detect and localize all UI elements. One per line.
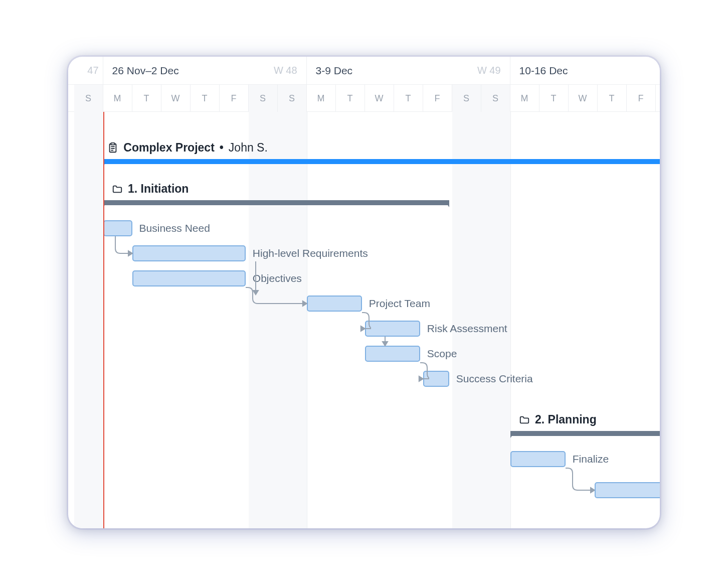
phase-bar[interactable] [103, 200, 449, 205]
week-range: 26 Nov–2 Dec [112, 65, 179, 77]
day-cell[interactable]: M [510, 85, 539, 112]
week-cell-0[interactable]: 26 Nov–2 Dec W 48 [103, 57, 307, 84]
weekend-column [278, 112, 307, 528]
task-bar[interactable] [365, 321, 420, 337]
week-row: 47 26 Nov–2 Dec W 48 3-9 Dec W 49 10-16 … [68, 57, 660, 84]
task-bar[interactable] [132, 245, 246, 261]
dependency-arrow [414, 357, 429, 385]
week-cell-partial[interactable]: 47 [68, 57, 103, 84]
task-bar[interactable] [365, 346, 420, 362]
svg-marker-10 [419, 376, 423, 381]
dependency-arrow [109, 230, 138, 259]
day-cell[interactable]: T [336, 85, 365, 112]
task-bar[interactable] [132, 270, 246, 286]
day-cell[interactable]: T [132, 85, 161, 112]
task-label: Risk Assessment [427, 323, 507, 335]
task-bar[interactable] [510, 451, 566, 467]
dependency-arrow [356, 307, 371, 335]
day-cell[interactable]: T [394, 85, 423, 112]
svg-marker-7 [303, 301, 307, 306]
day-cell[interactable]: S [278, 85, 307, 112]
svg-rect-1 [111, 142, 115, 144]
task-bar[interactable] [595, 482, 660, 498]
week-range: 10-16 Dec [519, 65, 568, 77]
svg-marker-11 [591, 488, 595, 493]
phase-bar[interactable] [510, 431, 660, 436]
day-cell[interactable]: W [161, 85, 191, 112]
week-cell-2[interactable]: 10-16 Dec [510, 57, 660, 84]
dependency-arrow [240, 281, 313, 310]
day-cell[interactable]: S [452, 85, 481, 112]
phase-name: 1. Initiation [128, 182, 189, 196]
day-cell[interactable]: T [539, 85, 569, 112]
task-label: Scope [427, 348, 457, 360]
task-bar[interactable] [307, 296, 362, 312]
day-cell[interactable]: T [598, 85, 627, 112]
svg-marker-8 [361, 326, 365, 331]
clipboard-icon [107, 142, 118, 154]
weekend-column [452, 112, 481, 528]
folder-icon [519, 414, 530, 425]
svg-marker-5 [128, 251, 132, 256]
dependency-arrow [379, 331, 391, 352]
day-cell[interactable]: S [481, 85, 510, 112]
day-cell[interactable]: M [307, 85, 336, 112]
week-number: W 49 [477, 65, 501, 76]
phase-title[interactable]: 1. Initiation [112, 182, 189, 196]
folder-icon [112, 184, 123, 195]
phase-title[interactable]: 2. Planning [519, 413, 597, 426]
task-label: Business Need [139, 222, 210, 234]
separator-dot: • [220, 141, 224, 155]
project-bar[interactable] [103, 159, 660, 164]
timeline-header: 47 26 Nov–2 Dec W 48 3-9 Dec W 49 10-16 … [68, 57, 660, 112]
day-cell[interactable]: T [191, 85, 220, 112]
phase-name: 2. Planning [535, 413, 597, 426]
gantt-chart[interactable]: Complex Project•John S.1. InitiationBusi… [68, 112, 660, 528]
weekend-column [481, 112, 510, 528]
day-cell[interactable]: W [569, 85, 598, 112]
project-owner: John S. [229, 141, 268, 155]
weekend-column [249, 112, 278, 528]
day-cell[interactable]: S [249, 85, 278, 112]
week-cell-1[interactable]: 3-9 Dec W 49 [307, 57, 510, 84]
task-label: Project Team [369, 298, 430, 310]
day-row: SMTWTFSSMTWTFSSMTWTF [68, 84, 660, 112]
day-cell[interactable]: S [74, 85, 103, 112]
svg-marker-9 [383, 342, 388, 346]
day-cell[interactable]: W [365, 85, 394, 112]
weekend-column [74, 112, 103, 528]
project-title[interactable]: Complex Project•John S. [107, 141, 268, 155]
day-cell[interactable]: F [627, 85, 656, 112]
week-separator [307, 112, 307, 528]
project-name: Complex Project [123, 141, 215, 155]
day-cell[interactable]: F [423, 85, 452, 112]
task-label: High-level Requirements [253, 247, 368, 259]
week-range: 3-9 Dec [316, 65, 353, 77]
day-cell[interactable]: F [220, 85, 249, 112]
day-cell[interactable]: M [103, 85, 132, 112]
task-label: Success Criteria [456, 373, 533, 385]
week-number: W 48 [274, 65, 297, 76]
today-line [103, 112, 104, 528]
week-number: 47 [87, 65, 98, 76]
